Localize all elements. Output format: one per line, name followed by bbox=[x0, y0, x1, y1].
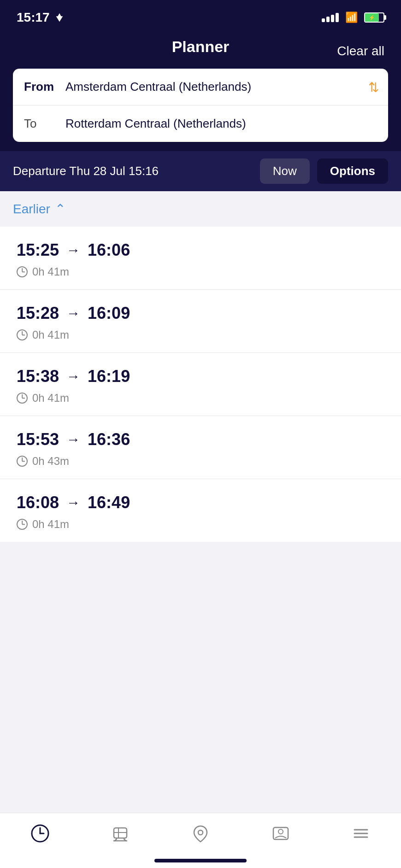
duration-text: 0h 41m bbox=[32, 265, 69, 278]
duration-text: 0h 41m bbox=[32, 328, 69, 341]
journey-duration: 0h 41m bbox=[17, 265, 384, 278]
more-icon bbox=[349, 821, 373, 845]
planner-icon bbox=[28, 821, 52, 845]
to-row[interactable]: To Rotterdam Centraal (Netherlands) bbox=[13, 105, 388, 142]
options-button[interactable]: Options bbox=[317, 158, 388, 184]
departure-bar: Departure Thu 28 Jul 15:16 Now Options bbox=[0, 151, 401, 191]
journey-duration: 0h 41m bbox=[17, 328, 384, 341]
depart-time: 15:53 bbox=[17, 430, 59, 449]
arrive-time: 16:09 bbox=[88, 304, 130, 323]
journey-item[interactable]: 15:25 → 16:06 0h 41m bbox=[0, 227, 401, 290]
clock-icon bbox=[17, 266, 28, 277]
earlier-button[interactable]: Earlier ⌃ bbox=[13, 201, 65, 217]
svg-point-11 bbox=[278, 829, 283, 834]
journey-item[interactable]: 15:28 → 16:09 0h 41m bbox=[0, 290, 401, 353]
time-display: 15:17 bbox=[17, 10, 50, 25]
journey-duration: 0h 41m bbox=[17, 392, 384, 405]
departure-text: Departure Thu 28 Jul 15:16 bbox=[13, 164, 253, 178]
arrow-icon: → bbox=[66, 242, 80, 258]
depart-time: 15:38 bbox=[17, 367, 59, 386]
journey-time: 15:28 → 16:09 bbox=[17, 304, 384, 323]
journey-time: 15:53 → 16:36 bbox=[17, 430, 384, 449]
location-icon bbox=[54, 12, 65, 23]
arrive-time: 16:19 bbox=[88, 367, 130, 386]
journey-list: 15:25 → 16:06 0h 41m 15:28 → 16:09 0h 41… bbox=[0, 227, 401, 542]
arrow-icon: → bbox=[66, 305, 80, 321]
header: Planner Clear all bbox=[0, 33, 401, 69]
from-value: Amsterdam Centraal (Netherlands) bbox=[65, 80, 377, 94]
signal-icon bbox=[322, 13, 339, 22]
to-value: Rotterdam Centraal (Netherlands) bbox=[65, 117, 377, 131]
duration-text: 0h 41m bbox=[32, 392, 69, 405]
earlier-bar: Earlier ⌃ bbox=[0, 191, 401, 227]
journey-time: 15:38 → 16:19 bbox=[17, 367, 384, 386]
stations-icon bbox=[108, 821, 132, 845]
from-label: From bbox=[24, 80, 65, 94]
arrow-icon: → bbox=[66, 432, 80, 447]
clear-all-button[interactable]: Clear all bbox=[337, 44, 384, 59]
journey-time: 15:25 → 16:06 bbox=[17, 240, 384, 260]
duration-text: 0h 41m bbox=[32, 518, 69, 531]
depart-time: 16:08 bbox=[17, 493, 59, 512]
journey-time: 16:08 → 16:49 bbox=[17, 493, 384, 512]
arrow-icon: → bbox=[66, 495, 80, 510]
svg-point-9 bbox=[198, 830, 203, 835]
clock-icon bbox=[17, 519, 28, 530]
route-box: From Amsterdam Centraal (Netherlands) ⇅ … bbox=[13, 69, 388, 142]
chevron-up-icon: ⌃ bbox=[55, 201, 65, 217]
now-button[interactable]: Now bbox=[260, 158, 310, 184]
to-label: To bbox=[24, 117, 65, 131]
depart-time: 15:28 bbox=[17, 304, 59, 323]
journey-duration: 0h 41m bbox=[17, 518, 384, 531]
journey-item[interactable]: 15:38 → 16:19 0h 41m bbox=[0, 353, 401, 416]
status-time: 15:17 bbox=[17, 10, 65, 25]
arrive-time: 16:36 bbox=[88, 430, 130, 449]
home-bar bbox=[154, 859, 247, 862]
arrive-time: 16:49 bbox=[88, 493, 130, 512]
battery-icon bbox=[364, 12, 384, 23]
mypass-icon bbox=[269, 821, 293, 845]
status-icons: 📶 bbox=[322, 12, 384, 23]
duration-text: 0h 43m bbox=[32, 455, 69, 468]
clock-icon bbox=[17, 456, 28, 467]
wifi-icon: 📶 bbox=[345, 12, 358, 23]
home-indicator bbox=[0, 843, 401, 868]
clock-icon bbox=[17, 393, 28, 404]
journey-item[interactable]: 16:08 → 16:49 0h 41m bbox=[0, 479, 401, 542]
from-row[interactable]: From Amsterdam Centraal (Netherlands) ⇅ bbox=[13, 69, 388, 105]
status-bar: 15:17 📶 bbox=[0, 0, 401, 33]
page-title: Planner bbox=[172, 38, 230, 56]
mytrip-icon bbox=[189, 821, 212, 845]
arrive-time: 16:06 bbox=[88, 240, 130, 260]
journey-item[interactable]: 15:53 → 16:36 0h 43m bbox=[0, 416, 401, 479]
clock-icon bbox=[17, 329, 28, 340]
arrow-icon: → bbox=[66, 369, 80, 384]
depart-time: 15:25 bbox=[17, 240, 59, 260]
journey-duration: 0h 43m bbox=[17, 455, 384, 468]
route-section: From Amsterdam Centraal (Netherlands) ⇅ … bbox=[0, 69, 401, 151]
earlier-label: Earlier bbox=[13, 202, 50, 217]
swap-button[interactable]: ⇅ bbox=[368, 79, 379, 94]
